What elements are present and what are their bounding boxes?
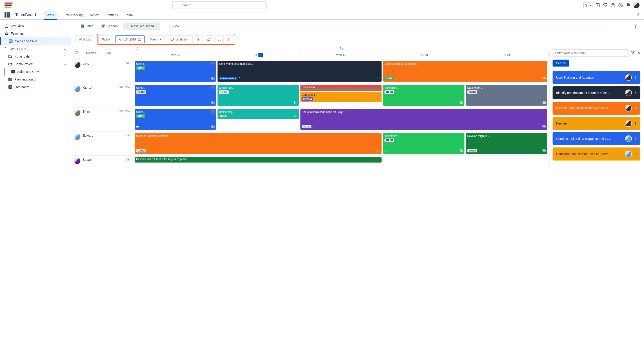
work-item-card[interactable]: Configure lead scoring rules in Salesf..… (552, 147, 640, 161)
chevron-down-icon[interactable]: ⌄ (147, 149, 149, 152)
chevron-down-icon[interactable]: ⌄ (384, 150, 386, 152)
global-search-input[interactable] (172, 1, 267, 9)
day-thu: Thu 18 (382, 51, 465, 59)
task-card[interactable]: Develop migratio... TO DO⌄8h (466, 133, 547, 154)
view-settings-button[interactable] (633, 24, 638, 29)
sliders-button[interactable] (226, 35, 234, 43)
plus-icon: + (170, 24, 171, 28)
work-item-search-input[interactable] (552, 49, 628, 57)
resource-lucy[interactable]: Lucy 40h (71, 59, 134, 83)
nav-time-tracking[interactable]: Time Tracking (62, 11, 83, 20)
menu-icon[interactable] (136, 126, 139, 128)
nav-report[interactable]: Report (89, 11, 100, 20)
task-card[interactable]: Condu...! TO DO ⌄8h (135, 85, 216, 106)
work-item-card[interactable]: Conduct a pilot data migration and va...… (552, 132, 640, 145)
avatar-icon (74, 110, 80, 116)
chevron-down-icon[interactable]: ⌄ (219, 101, 221, 104)
prev-week-button[interactable]: ‹ (131, 53, 137, 59)
task-card[interactable]: Conduct Training Sessions TO DO⌄8h (135, 133, 382, 154)
user-avatar[interactable] (633, 2, 640, 8)
task-card[interactable]: Define proj... DONE4h (218, 109, 299, 119)
avatar-icon (74, 134, 80, 140)
task-card[interactable]: Configure l... REVIEW4h (300, 92, 382, 102)
diamond-icon[interactable] (603, 3, 608, 8)
refresh-button[interactable] (205, 35, 213, 43)
task-card[interactable]: Review exi... (300, 85, 382, 91)
task-card[interactable]: User T...! DONE ⌄8h (135, 61, 216, 82)
task-card[interactable]: Data Migra... TO DO ⌄8h (466, 85, 547, 106)
day-sat: S (548, 51, 550, 59)
add-view-button[interactable]: + View (166, 23, 182, 30)
chevron-down-icon[interactable]: ⌄ (136, 77, 138, 80)
sidebar-overview[interactable]: Overview (0, 22, 71, 30)
view-tab-resource[interactable]: Resource sched... (123, 23, 160, 30)
nav-work[interactable]: Work (44, 11, 57, 20)
task-card[interactable]: Create use... TO DO ⌄8h (218, 85, 299, 106)
panel-close-button[interactable]: ✕ (637, 51, 640, 56)
panel-search-button[interactable]: Search (552, 60, 569, 67)
settings-button[interactable] (618, 3, 623, 8)
work-item-card[interactable]: New item ⇡ (552, 117, 640, 130)
work-item-button[interactable]: Work item (167, 35, 192, 43)
nav-settings[interactable]: Settings (106, 11, 119, 20)
assignee-avatar (625, 74, 632, 81)
resource-karl[interactable]: Karl .J 39h 30m (71, 83, 134, 107)
fullscreen-button[interactable] (216, 35, 224, 43)
date-picker-button[interactable]: Apr 15, 2024 (116, 35, 145, 43)
filter-button[interactable] (195, 35, 203, 43)
task-card[interactable]: Cleanse data for duplicate... DONE⌄8h (383, 61, 547, 82)
resource-edward[interactable]: Edward 48h (71, 132, 134, 155)
task-card[interactable]: Develop video tutorials for key sales pr… (135, 157, 382, 163)
notifications-button[interactable] (626, 3, 631, 8)
add-button[interactable] (595, 3, 600, 8)
svg-rect-16 (138, 38, 141, 41)
priority-icon: ⇡ (634, 76, 637, 79)
sidebar-favorites[interactable]: Favorites ⌄ (0, 30, 71, 37)
help-button[interactable] (610, 3, 616, 8)
workload-button[interactable]: Workload (76, 35, 95, 43)
task-card[interactable]: Custo...! DONE 8h (135, 109, 216, 130)
range-selector[interactable]: Week ▾ (147, 35, 165, 43)
edit-icon[interactable] (636, 13, 640, 17)
work-item-card[interactable]: Cleanse data for duplicates and inacc...… (552, 102, 640, 115)
highlighted-toolbar-group: Today Apr 15, 2024 Week ▾ Work item (97, 34, 235, 45)
chevron-down-icon[interactable]: ⌄ (384, 101, 386, 104)
chevron-up-icon[interactable]: ⌃ (239, 77, 240, 79)
view-tab-kanban[interactable]: Kanban (98, 23, 121, 30)
avatar-icon (74, 62, 80, 68)
svg-rect-9 (8, 78, 12, 81)
sidebar-planning-board[interactable]: Planning board (0, 76, 71, 83)
avatar-icon (74, 86, 80, 92)
filter-resources-button[interactable] (73, 50, 80, 56)
task-card[interactable]: Set up a knowledge base for FAQs TO DO⌄8… (300, 109, 547, 130)
chevron-down-icon[interactable]: ⌄ (395, 77, 397, 79)
apps-grid-icon[interactable] (4, 12, 10, 18)
chevron-down-icon[interactable]: ⌄ (313, 125, 314, 127)
star-split-button[interactable]: ▾ (583, 2, 593, 8)
today-button[interactable]: Today (98, 35, 113, 43)
chevron-down-icon[interactable]: ⌄ (136, 101, 138, 104)
panel-filter-button[interactable] (631, 51, 635, 56)
view-tab-table[interactable]: Table (77, 23, 96, 30)
task-card[interactable]: Identify and document sou... IN PROGRESS… (218, 61, 382, 82)
nav-team[interactable]: Team (124, 11, 134, 20)
chevron-down-icon[interactable]: ⌄ (468, 101, 469, 104)
sidebar-demo-project[interactable]: Demo Project ⌄ (0, 60, 71, 68)
sidebar-fav-sales-crm[interactable]: Sales and CRM (0, 37, 71, 45)
work-item-card[interactable]: Identify and document sources of exi... … (552, 86, 640, 99)
task-card[interactable]: Schedule r... TO DO ⌄8h (383, 85, 464, 106)
sidebar-hung-folder[interactable]: Hung folder ⌃ (0, 53, 71, 60)
sidebar-demo-sales-crm[interactable]: Sales and CRM (4, 68, 71, 76)
chevron-down-icon[interactable]: ⌄ (478, 149, 480, 152)
this-week-chip[interactable]: This week (82, 50, 100, 56)
resource-brian[interactable]: Brian 36h 30m (71, 108, 134, 131)
task-card[interactable]: Implement ... TO DO ⌄8h (383, 133, 464, 154)
folder-icon (4, 47, 8, 51)
work-item-card[interactable]: User Training and Adoption ⇡ (552, 71, 640, 84)
sliders-icon (228, 38, 232, 41)
sidebar-workzone[interactable]: Work Zone ⌄ (0, 45, 71, 53)
day-tue: Tue 16 (216, 51, 299, 59)
svg-marker-18 (75, 52, 78, 54)
resource-susan[interactable]: Susan 24h (71, 156, 134, 169)
sidebar-lam-board[interactable]: Lam board (0, 83, 71, 91)
